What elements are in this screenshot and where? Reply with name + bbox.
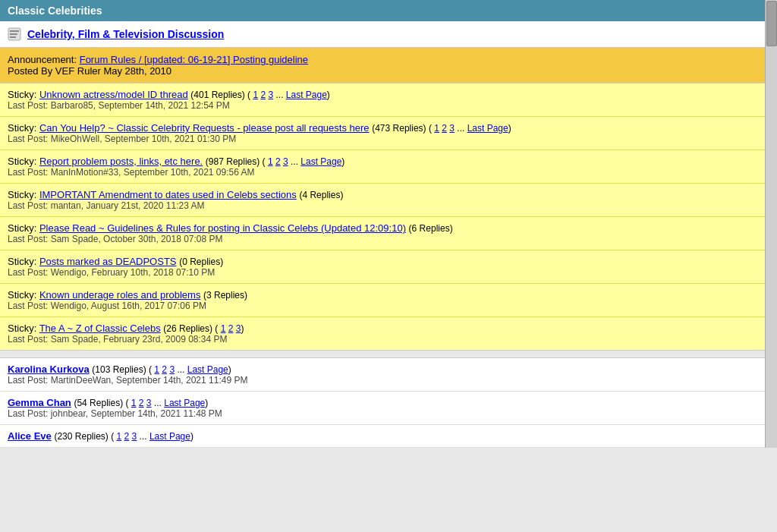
sticky-prefix: Sticky: [8, 289, 39, 301]
sticky-2-pages: (473 Replies) ( 1 2 3 ... Last Page) [372, 123, 511, 134]
sticky-prefix: Sticky: [8, 222, 39, 234]
sticky-2-lastpost: Last Post: MikeOhWell, September 10th, 2… [8, 134, 757, 144]
sticky-link-8[interactable]: The A ~ Z of Classic Celebs [39, 323, 161, 334]
scrollbar[interactable] [765, 0, 777, 448]
sticky-6-lastpost: Last Post: Wendigo, February 10th, 2018 … [8, 267, 757, 278]
sticky-4-lastpost: Last Post: mantan, January 21st, 2020 11… [8, 200, 757, 211]
thread-3-pages: (230 Replies) ( 1 2 3 ... Last Page) [54, 431, 193, 442]
announcement-row: Announcement: Forum Rules / [updated: 06… [0, 48, 765, 83]
sticky-link-3[interactable]: Report problem posts, links, etc here. [39, 156, 203, 167]
thread-link-2[interactable]: Gemma Chan [8, 397, 71, 408]
sticky-link-1[interactable]: Unknown actress/model ID thread [39, 89, 188, 100]
sticky-row: Sticky: Can You Help? ~ Classic Celebrit… [0, 117, 765, 150]
sticky-link-7[interactable]: Known underage roles and problems [39, 289, 200, 301]
svg-rect-3 [10, 36, 16, 38]
section-divider [0, 351, 765, 358]
subforum-link[interactable]: Celebrity, Film & Television Discussion [27, 28, 224, 40]
sticky-prefix: Sticky: [8, 189, 39, 200]
thread-1-pages: (103 Replies) ( 1 2 3 ... Last Page) [92, 364, 231, 375]
sticky-3-lastpost: Last Post: ManInMotion#33, September 10t… [8, 167, 757, 178]
section-title: Classic Celebrities [8, 5, 102, 17]
sticky-prefix: Sticky: [8, 256, 39, 267]
thread-row: Gemma Chan (54 Replies) ( 1 2 3 ... Last… [0, 392, 765, 425]
thread-link-1[interactable]: Karolina Kurkova [8, 364, 90, 375]
sticky-link-5[interactable]: Please Read ~ Guidelines & Rules for pos… [39, 222, 406, 234]
subforum-row: Celebrity, Film & Television Discussion [0, 21, 765, 48]
sticky-row: Sticky: Posts marked as DEADPOSTS (0 Rep… [0, 250, 765, 284]
thread-section: Karolina Kurkova (103 Replies) ( 1 2 3 .… [0, 358, 765, 448]
sticky-row: Sticky: Report problem posts, links, etc… [0, 150, 765, 184]
thread-row: Alice Eve (230 Replies) ( 1 2 3 ... Last… [0, 425, 765, 448]
thread-1-lastpost: Last Post: MartinDeeWan, September 14th,… [8, 375, 757, 386]
sticky-1-lastpost: Last Post: Barbaro85, September 14th, 20… [8, 100, 757, 111]
sticky-6-pages: (0 Replies) [179, 257, 223, 267]
sticky-3-pages: (987 Replies) ( 1 2 3 ... Last Page) [206, 156, 345, 167]
sticky-8-pages: (26 Replies) ( 1 2 3) [163, 323, 244, 334]
sticky-4-pages: (4 Replies) [299, 190, 343, 200]
thread-2-pages: (54 Replies) ( 1 2 3 ... Last Page) [74, 398, 208, 408]
sticky-7-lastpost: Last Post: Wendigo, August 16th, 2017 07… [8, 301, 757, 311]
sticky-prefix: Sticky: [8, 89, 39, 100]
sticky-row: Sticky: Known underage roles and problem… [0, 284, 765, 317]
sticky-1-pages: (401 Replies) ( 1 2 3 ... Last Page) [190, 90, 330, 100]
announcement-posted-by: Posted By VEF Ruler May 28th, 2010 [8, 65, 757, 77]
sticky-prefix: Sticky: [8, 156, 39, 167]
sticky-row: Sticky: Unknown actress/model ID thread … [0, 83, 765, 117]
sticky-5-pages: (6 Replies) [409, 223, 453, 234]
sticky-link-4[interactable]: IMPORTANT Amendment to dates used in Cel… [39, 189, 297, 200]
sticky-7-pages: (3 Replies) [203, 290, 247, 301]
sticky-row: Sticky: The A ~ Z of Classic Celebs (26 … [0, 317, 765, 350]
thread-link-3[interactable]: Alice Eve [8, 430, 52, 442]
thread-2-lastpost: Last Post: johnbear, September 14th, 202… [8, 408, 757, 419]
scrollbar-thumb[interactable] [766, 1, 777, 46]
announcement-label: Announcement: [8, 54, 77, 65]
svg-rect-1 [10, 30, 19, 32]
sticky-row: Sticky: IMPORTANT Amendment to dates use… [0, 184, 765, 217]
announcement-link[interactable]: Forum Rules / [updated: 06-19-21] Postin… [80, 54, 308, 65]
sticky-prefix: Sticky: [8, 323, 39, 334]
sticky-5-lastpost: Last Post: Sam Spade, October 30th, 2018… [8, 234, 757, 244]
sticky-prefix: Sticky: [8, 122, 39, 134]
forum-icon [8, 27, 21, 41]
thread-row: Karolina Kurkova (103 Replies) ( 1 2 3 .… [0, 358, 765, 392]
sticky-section: Sticky: Unknown actress/model ID thread … [0, 83, 765, 351]
sticky-link-6[interactable]: Posts marked as DEADPOSTS [39, 256, 177, 267]
sticky-8-lastpost: Last Post: Sam Spade, February 23rd, 200… [8, 334, 757, 345]
svg-rect-2 [10, 33, 17, 35]
sticky-link-2[interactable]: Can You Help? ~ Classic Celebrity Reques… [39, 122, 370, 134]
sticky-row: Sticky: Please Read ~ Guidelines & Rules… [0, 217, 765, 250]
section-header: Classic Celebrities [0, 0, 765, 21]
